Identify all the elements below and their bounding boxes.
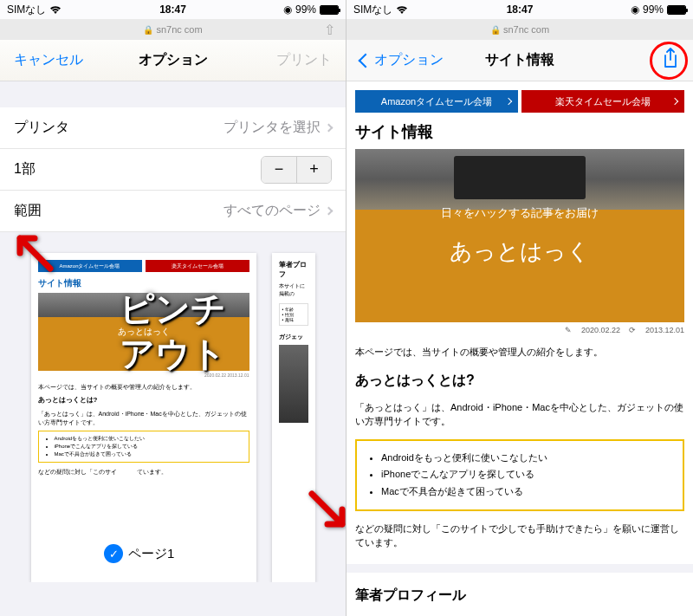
page-title: サイト情報 [355, 121, 684, 142]
chevron-right-icon [325, 124, 334, 133]
left-screenshot: SIMなし 18:47 ◉ 99% 🔒 sn7nc com ⇧ キャンセル オプ… [0, 0, 346, 616]
rakuten-sale-button[interactable]: 楽天タイムセール会場 [521, 90, 684, 113]
battery-percent: 99% [643, 3, 664, 16]
mini-rakuten-btn: 楽天タイムセール会場 [146, 260, 249, 272]
nav-title: オプション [139, 51, 208, 69]
battery-icon [667, 5, 686, 15]
dates: ✎ 2020.02.22 ⟳ 2013.12.01 [355, 326, 684, 334]
page-content[interactable]: Amazonタイムセール会場 楽天タイムセール会場 サイト情報 日々をハックする… [346, 81, 693, 616]
check-icon[interactable]: ✓ [104, 544, 123, 563]
lock-icon: 🔒 [490, 25, 501, 35]
battery-icon [320, 5, 339, 15]
status-time: 18:47 [507, 3, 534, 16]
carrier-label: SIMなし [353, 3, 392, 17]
list-item: Macで不具合が起きて困っている [381, 483, 669, 501]
status-bar: SIMなし 18:47 ◉ 99% [0, 0, 346, 19]
copies-stepper[interactable]: − + [261, 156, 332, 184]
list-item: Androidをもっと便利に使いこなしたい [381, 450, 669, 467]
printer-label: プリンタ [14, 119, 69, 137]
status-time: 18:47 [159, 3, 186, 16]
intro-text: 本ページでは、当サイトの概要や管理人の紹介をします。 [355, 345, 684, 360]
stepper-plus[interactable]: + [296, 157, 331, 183]
amazon-sale-button[interactable]: Amazonタイムセール会場 [355, 90, 518, 113]
print-preview[interactable]: Amazonタイムセール会場 楽天タイムセール会場 サイト情報 あっとはっく 2… [0, 232, 346, 582]
page-indicator[interactable]: ✓ ページ1 [104, 544, 174, 563]
background-url-bar: 🔒 sn7nc com [346, 19, 693, 40]
outro-text: などの疑問に対し「このサイトで少しでも手助けできたら」を願いに運営しています。 [355, 522, 684, 550]
nav-bar: オプション サイト情報 [346, 40, 693, 81]
share-icon-grey: ⇧ [324, 22, 335, 38]
copies-label: 1部 [14, 160, 36, 178]
highlight-circle [650, 42, 688, 80]
nav-bar: キャンセル オプション プリント [0, 40, 346, 81]
battery-percent: 99% [295, 3, 316, 16]
print-button[interactable]: プリント [245, 51, 332, 69]
stepper-minus[interactable]: − [262, 157, 296, 183]
range-label: 範囲 [14, 202, 42, 220]
carrier-label: SIMなし [7, 3, 46, 17]
lock-icon: 🔒 [143, 25, 153, 35]
feature-list: Androidをもっと便利に使いこなしたい iPhoneでこんなアプリを探してい… [355, 439, 684, 511]
wifi-icon [396, 5, 408, 14]
arrow-down-right-icon [303, 485, 346, 541]
copies-row: 1部 − + [0, 149, 346, 191]
hero-image: 日々をハックする記事をお届け あっとはっく [355, 149, 684, 322]
background-url-bar: 🔒 sn7nc com ⇧ [0, 19, 346, 40]
nav-title: サイト情報 [485, 51, 554, 69]
right-screenshot: SIMなし 18:47 ◉ 99% 🔒 sn7nc com オプション サイト情… [346, 0, 693, 616]
author-heading: 筆者プロフィール [355, 587, 684, 605]
back-button[interactable]: オプション [360, 51, 447, 69]
cancel-button[interactable]: キャンセル [14, 51, 100, 69]
pinch-annotation: ピンチ アウト [43, 286, 302, 376]
about-text: 「あっとはっく」は、Android・iPhone・Macを中心とした、ガジェット… [355, 400, 684, 429]
status-bar: SIMなし 18:47 ◉ 99% [346, 0, 693, 19]
chevron-right-icon [325, 207, 334, 216]
list-item: iPhoneでこんなアプリを探している [381, 466, 669, 483]
wifi-icon [49, 5, 62, 14]
arrow-up-left-icon [7, 225, 59, 281]
printer-row[interactable]: プリンタ プリンタを選択 [0, 107, 346, 149]
about-heading: あっとはっくとは? [355, 372, 684, 390]
